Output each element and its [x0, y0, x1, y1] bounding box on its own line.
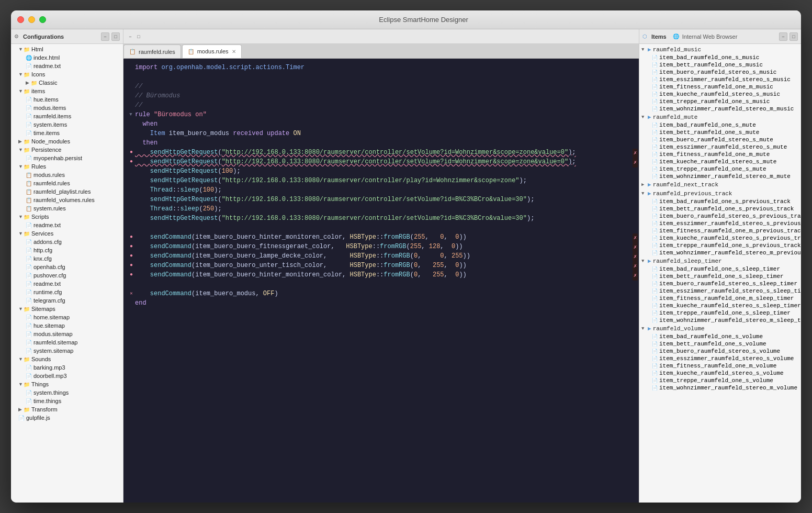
sidebar-item-raumfeld-playlist[interactable]: 📋 raumfeld_playlist.rules [11, 187, 123, 196]
right-tree-group-raumfeld_sleep_timer[interactable]: ▼ ▶ raumfeld_sleep_timer [639, 256, 801, 265]
right-tree-item[interactable]: 📄 item_treppe_raumfeld_one_s_music [639, 98, 801, 105]
sidebar-item-time-items[interactable]: 📄 time.items [11, 129, 123, 137]
right-tree-item[interactable]: 📄 item_buero_raumfeld_stereo_s_music [639, 69, 801, 76]
sidebar-item-transform[interactable]: ▶ 📁 Transform [11, 405, 123, 414]
sidebar-item-things[interactable]: ▼ 📁 Things [11, 380, 123, 388]
sidebar-item-sitemaps[interactable]: ▼ 📁 Sitemaps [11, 305, 123, 313]
right-collapse-btn[interactable]: − [779, 32, 787, 41]
sidebar-item-time-things[interactable]: 📄 time.things [11, 397, 123, 405]
sidebar-expand-btn[interactable]: □ [111, 32, 120, 41]
sidebar-item-knx-cfg[interactable]: 📄 knx.cfg [11, 254, 123, 263]
right-tree-item[interactable]: 📄 item_bad_raumfeld_one_s_volume [639, 333, 801, 340]
right-tree-item[interactable]: 📄 item_kueche_raumfeld_stereo_s_mute [639, 158, 801, 165]
maximize-editor-btn[interactable]: □ [135, 33, 142, 40]
sidebar-item-node-modules[interactable]: ▶ 📁 Node_modules [11, 137, 123, 146]
right-tree-item[interactable]: 📄 item_fitness_raumfeld_one_m_previous_t… [639, 227, 801, 235]
sidebar-item-system-sitemap[interactable]: 📄 system.sitemap [11, 347, 123, 355]
sidebar-item-scripts[interactable]: ▼ 📁 Scripts [11, 213, 123, 221]
tab-close-btn[interactable]: ✕ [232, 49, 236, 54]
sidebar-item-system-things[interactable]: 📄 system.things [11, 388, 123, 397]
internal-web-browser-label[interactable]: Internal Web Browser [682, 34, 738, 40]
right-tree-item[interactable]: 📄 item_bett_raumfeld_one_s_volume [639, 340, 801, 348]
right-tree-item[interactable]: 📄 item_fitness_raumfeld_one_m_sleep_time… [639, 295, 801, 302]
sidebar-item-icons[interactable]: ▼ 📁 Icons [11, 70, 123, 79]
right-tree-item[interactable]: 📄 item_bad_raumfeld_one_s_previous_track [639, 198, 801, 205]
right-tree-item[interactable]: 📄 item_wohnzimmer_raumfeld_stereo_m_prev… [639, 249, 801, 256]
maximize-button[interactable] [39, 16, 46, 23]
sidebar-item-index-html[interactable]: 🌐 index.html [11, 53, 123, 62]
sidebar-item-home-sitemap[interactable]: 📄 home.sitemap [11, 313, 123, 321]
sidebar-item-raumfeld-sitemap[interactable]: 📄 raumfeld.sitemap [11, 338, 123, 347]
right-tree-item[interactable]: 📄 item_esszimmer_raumfeld_stereo_s_sleep… [639, 287, 801, 295]
code-editor[interactable]: import org.openhab.model.script.actions.… [123, 59, 639, 503]
right-tree-item[interactable]: 📄 item_wohnzimmer_raumfeld_stereo_m_musi… [639, 105, 801, 113]
sidebar-item-telegram-cfg[interactable]: 📄 telegram.cfg [11, 296, 123, 305]
right-tree-item[interactable]: 📄 item_fitness_raumfeld_one_m_volume [639, 362, 801, 370]
sidebar-item-modus-items[interactable]: 📄 modus.items [11, 104, 123, 112]
right-tree-group-raumfeld_mute[interactable]: ▼ ▶ raumfeld_mute [639, 113, 801, 121]
right-tree-item[interactable]: 📄 item_fitness_raumfeld_one_m_mute [639, 151, 801, 158]
right-tree-item[interactable]: 📄 item_buero_raumfeld_stereo_s_mute [639, 136, 801, 143]
sidebar-item-modus-sitemap[interactable]: 📄 modus.sitemap [11, 330, 123, 338]
right-tree-item[interactable]: 📄 item_kueche_raumfeld_stereo_s_volume [639, 370, 801, 377]
sidebar-item-services[interactable]: ▼ 📁 Services [11, 229, 123, 238]
sidebar-item-pushover-cfg[interactable]: 📄 pushover.cfg [11, 271, 123, 280]
sidebar-item-system-rules[interactable]: 📋 system.rules [11, 204, 123, 213]
sidebar-collapse-btn[interactable]: − [101, 32, 109, 41]
sidebar-item-runtime-cfg[interactable]: 📄 runtime.cfg [11, 288, 123, 296]
sidebar-item-system-items[interactable]: 📄 system.items [11, 120, 123, 129]
right-tree-item[interactable]: 📄 item_bad_raumfeld_one_s_sleep_timer [639, 265, 801, 273]
sidebar-item-gulpfile[interactable]: 📄 gulpfile.js [11, 414, 123, 422]
right-tree-item[interactable]: 📄 item_wohnzimmer_raumfeld_stereo_m_volu… [639, 384, 801, 392]
right-tree-group-raumfeld_volume[interactable]: ▼ ▶ raumfeld_volume [639, 324, 801, 333]
sidebar-item-raumfeld-rules[interactable]: 📋 raumfeld.rules [11, 179, 123, 187]
right-tree-item[interactable]: 📄 item_treppe_raumfeld_one_s_volume [639, 377, 801, 384]
right-tree-group-raumfeld_previous_track[interactable]: ▼ ▶ raumfeld_previous_track [639, 189, 801, 198]
minimize-editor-btn[interactable]: − [127, 33, 134, 40]
right-tree-item[interactable]: 📄 item_wohnzimmer_raumfeld_stereo_m_mute [639, 173, 801, 180]
right-tree-item[interactable]: 📄 item_esszimmer_raumfeld_stereo_s_previ… [639, 220, 801, 227]
right-tree-item[interactable]: 📄 item_bett_raumfeld_one_s_previous_trac… [639, 205, 801, 213]
right-tree-group-raumfeld_next_track[interactable]: ▶ ▶ raumfeld_next_track [639, 180, 801, 189]
sidebar-item-hue-sitemap[interactable]: 📄 hue.sitemap [11, 321, 123, 330]
right-tree-item[interactable]: 📄 item_bad_raumfeld_one_s_mute [639, 121, 801, 129]
right-tree-group-raumfeld_music[interactable]: ▼ ▶ raumfeld_music [639, 45, 801, 54]
right-tree-item[interactable]: 📄 item_buero_raumfeld_stereo_s_sleep_tim… [639, 280, 801, 287]
right-tree-item[interactable]: 📄 item_buero_raumfeld_stereo_s_volume [639, 348, 801, 355]
sidebar-item-sounds[interactable]: ▼ 📁 Sounds [11, 355, 123, 363]
sidebar-item-barking[interactable]: 📄 barking.mp3 [11, 363, 123, 372]
tab-modus-rules[interactable]: 📋 modus.rules ✕ [182, 44, 242, 58]
sidebar-item-readme-services[interactable]: 📄 readme.txt [11, 280, 123, 288]
sidebar-item-readme-scripts[interactable]: 📄 readme.txt [11, 221, 123, 229]
sidebar-item-raumfeld-items[interactable]: 📄 raumfeld.items [11, 112, 123, 120]
sidebar-item-raumfeld-volumes[interactable]: 📋 raumfeld_volumes.rules [11, 196, 123, 204]
minimize-button[interactable] [28, 16, 35, 23]
right-tree-item[interactable]: 📄 item_kueche_raumfeld_stereo_s_music [639, 91, 801, 98]
right-tree-item[interactable]: 📄 item_treppe_raumfeld_one_s_mute [639, 165, 801, 173]
right-tree-item[interactable]: 📄 item_esszimmer_raumfeld_stereo_s_music [639, 76, 801, 83]
sidebar-item-html[interactable]: ▼ 📁 Html [11, 45, 123, 53]
right-tree-item[interactable]: 📄 item_bett_raumfeld_one_s_music [639, 61, 801, 69]
right-tree-item[interactable]: 📄 item_fitness_raumfeld_one_m_music [639, 83, 801, 91]
sidebar-item-doorbell[interactable]: 📄 doorbell.mp3 [11, 372, 123, 380]
close-button[interactable] [17, 16, 24, 23]
tab-raumfeld-rules[interactable]: 📋 raumfeld.rules [123, 44, 181, 58]
right-tree-item[interactable]: 📄 item_kueche_raumfeld_stereo_s_sleep_ti… [639, 302, 801, 309]
right-expand-btn[interactable]: □ [790, 32, 798, 41]
sidebar-item-rules[interactable]: ▼ 📁 Rules [11, 162, 123, 171]
right-tree-item[interactable]: 📄 item_bad_raumfeld_one_s_music [639, 54, 801, 61]
sidebar-item-classic[interactable]: ▶ 📁 Classic [11, 79, 123, 87]
sidebar-item-addons-cfg[interactable]: 📄 addons.cfg [11, 238, 123, 246]
right-tree-item[interactable]: 📄 item_bett_raumfeld_one_s_mute [639, 129, 801, 136]
sidebar-item-myopenhab[interactable]: 📄 myopenhab.persist [11, 154, 123, 162]
sidebar-item-hue-items[interactable]: 📄 hue.items [11, 95, 123, 104]
collapse-icon[interactable]: ▼ [129, 112, 132, 117]
right-tree-item[interactable]: 📄 item_wohnzimmer_raumfeld_stereo_m_slee… [639, 317, 801, 324]
right-tree-item[interactable]: 📄 item_buero_raumfeld_stereo_s_previous_… [639, 213, 801, 220]
sidebar-item-openhab-cfg[interactable]: 📄 openhab.cfg [11, 263, 123, 271]
sidebar-item-readme-html[interactable]: 📄 readme.txt [11, 62, 123, 70]
right-tree-item[interactable]: 📄 item_esszimmer_raumfeld_stereo_s_mute [639, 143, 801, 151]
sidebar-item-http-cfg[interactable]: 📄 http.cfg [11, 246, 123, 254]
sidebar-item-persistence[interactable]: ▼ 📁 Persistence [11, 146, 123, 154]
right-tree-item[interactable]: 📄 item_esszimmer_raumfeld_stereo_s_volum… [639, 355, 801, 362]
